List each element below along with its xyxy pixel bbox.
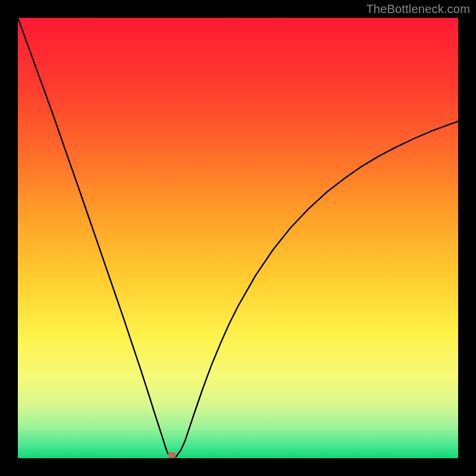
bottleneck-curve-chart: [18, 18, 458, 458]
chart-frame: TheBottleneck.com: [0, 0, 476, 476]
gradient-background: [18, 18, 458, 458]
attribution-watermark: TheBottleneck.com: [366, 2, 470, 16]
plot-area: [18, 18, 458, 458]
optimal-point-marker: [168, 452, 176, 459]
